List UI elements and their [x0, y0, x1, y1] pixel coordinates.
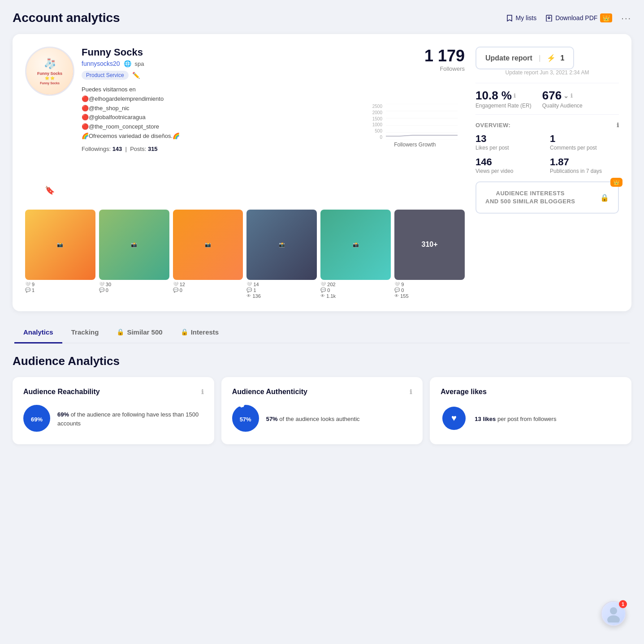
engagement-info-icon[interactable]: ℹ [514, 93, 516, 99]
post-thumbnail-more: 310+ [394, 210, 465, 280]
profile-name: Funny Socks [82, 47, 358, 58]
overview-section: OVERVIEW: ℹ 13 Likes per post 1 Comments… [475, 122, 619, 174]
audience-interests-label: AUDIENCE INTERESTSAND 500 SIMILAR BLOGGE… [485, 189, 575, 206]
lock-icon: 🔒 [117, 328, 124, 335]
post-item[interactable]: 📸 🤍30 💬0 [99, 210, 169, 299]
chevron-down-icon[interactable]: ⌄ [563, 92, 569, 99]
posts-section: 📸 🤍9 💬1 📸 🤍30 [25, 210, 465, 299]
chat-float-button[interactable]: 1 [601, 601, 626, 626]
save-profile-icon[interactable]: 🔖 [45, 185, 55, 195]
profile-top-row: 🧦 Funny Socks ⭐ ⭐ Funny Socks 🔖 Funny So… [25, 47, 465, 193]
post-item[interactable]: 310+ 🤍9 💬0 👁155 [394, 210, 465, 299]
engagement-rate-label: Engagement Rate (ER) [475, 103, 532, 109]
views-per-video: 146 Views per video [475, 156, 545, 174]
more-options-button[interactable]: ··· [621, 13, 631, 23]
lock-icon: 🔒 [600, 193, 609, 202]
chart-y-axis: 2500 2000 1500 1000 500 0 [372, 104, 384, 140]
followers-number: 1 179 [424, 47, 465, 65]
overview-title-label: OVERVIEW: [475, 122, 510, 129]
header-actions: My lists Download PDF 👑 ··· [506, 13, 632, 23]
tab-analytics[interactable]: Analytics [14, 322, 62, 343]
my-lists-button[interactable]: My lists [506, 14, 537, 21]
svg-point-14 [607, 615, 620, 623]
download-pdf-button[interactable]: Download PDF 👑 [545, 13, 612, 22]
tab-interests[interactable]: 🔒 Interests [172, 322, 228, 343]
post-stats: 🤍9 💬0 👁155 [394, 282, 465, 299]
mini-chart-svg [386, 104, 458, 140]
post-stats: 🤍12 💬0 [173, 282, 243, 293]
authenticity-card: Audience Authenticity ℹ 57% 57% of the a… [221, 377, 423, 444]
post-thumbnail: 📸 [320, 210, 391, 280]
page-header: Account analytics My lists Download PDF … [13, 11, 631, 25]
posts-grid: 📸 🤍9 💬1 📸 🤍30 [25, 210, 465, 299]
avg-likes-desc: 13 likes per post from followers [475, 415, 556, 424]
followers-chart: 2500 2000 1500 1000 500 0 [365, 104, 465, 193]
tag-row: Product Service ✏️ [82, 71, 358, 80]
avg-likes-card: Average likes ♥ 13 likes per post from f… [430, 377, 631, 444]
page-title: Account analytics [13, 11, 120, 25]
avatar: 🧦 Funny Socks ⭐ ⭐ Funny Socks [25, 47, 74, 96]
bookmark-icon [506, 14, 513, 21]
posts-count: 315 [148, 146, 158, 152]
product-service-tag[interactable]: Product Service [82, 71, 129, 80]
download-icon [545, 14, 553, 21]
reachability-title: Audience Reachability [23, 388, 100, 396]
post-item[interactable]: 📸 🤍202 💬0 👁1.1k [320, 210, 391, 299]
audience-interests-button[interactable]: 👑 AUDIENCE INTERESTSAND 500 SIMILAR BLOG… [475, 181, 619, 214]
profile-stats-row: Followings: 143 | Posts: 315 [82, 146, 358, 152]
profile-handle[interactable]: funnysocks20 [82, 60, 120, 67]
reachability-donut: 69% [23, 405, 50, 434]
tabs-row: Analytics Tracking 🔒 Similar 500 🔒 Inter… [14, 322, 630, 343]
comments-per-post: 1 Comments per post [550, 133, 619, 151]
chat-notification-badge: 1 [619, 600, 627, 608]
followings-count: 143 [112, 146, 122, 152]
update-count: 1 [560, 54, 564, 62]
followers-count-wrap: 1 179 Followers [424, 47, 465, 100]
post-item[interactable]: 📸 🤍9 💬1 [25, 210, 95, 299]
avatar-wrap: 🧦 Funny Socks ⭐ ⭐ Funny Socks 🔖 [25, 47, 74, 193]
engagement-rate-block: 10.8 % ℹ Engagement Rate (ER) [475, 89, 532, 109]
edit-icon[interactable]: ✏️ [132, 72, 140, 79]
post-thumbnail: 📸 [246, 210, 317, 280]
update-report-button[interactable]: Update report | ⚡ 1 [475, 47, 574, 69]
post-stats: 🤍9 💬1 [25, 282, 95, 293]
crown-badge: 👑 [600, 13, 612, 22]
post-thumbnail: 📸 [173, 210, 243, 280]
tab-tracking[interactable]: Tracking [62, 322, 108, 343]
profile-bio: Puedes visitarnos en 🔴@elhogardelemprend… [82, 85, 358, 141]
overview-info-icon[interactable]: ℹ [617, 122, 619, 129]
overview-grid: 13 Likes per post 1 Comments per post 14… [475, 133, 619, 174]
post-stats: 🤍202 💬0 👁1.1k [320, 282, 391, 299]
post-item[interactable]: 📸 🤍14 💬1 👁136 [246, 210, 317, 299]
tab-similar500[interactable]: 🔒 Similar 500 [108, 322, 171, 343]
analytics-cards-row: Audience Reachability ℹ 69% 69% of the a… [13, 377, 631, 444]
profile-right-wrap: 🧦 Funny Socks ⭐ ⭐ Funny Socks 🔖 Funny So… [25, 47, 619, 299]
right-panel: Update report | ⚡ 1 Update report Jun 3,… [475, 47, 619, 299]
main-profile-card: 🧦 Funny Socks ⭐ ⭐ Funny Socks 🔖 Funny So… [13, 34, 631, 311]
profile-left-wrap: 🧦 Funny Socks ⭐ ⭐ Funny Socks 🔖 Funny So… [25, 47, 465, 299]
post-stats: 🤍30 💬0 [99, 282, 169, 293]
post-stats: 🤍14 💬1 👁136 [246, 282, 317, 299]
avg-likes-title: Average likes [441, 388, 487, 396]
metrics-row: 10.8 % ℹ Engagement Rate (ER) 676 ⌄ ℹ Qu… [475, 83, 619, 115]
update-report-label: Update report [485, 54, 532, 62]
reachability-info-icon[interactable]: ℹ [201, 388, 203, 395]
person-icon [605, 605, 622, 623]
svg-text:♥: ♥ [451, 413, 457, 423]
audience-crown-icon: 👑 [610, 178, 622, 187]
post-thumbnail: 📸 [25, 210, 95, 280]
authenticity-percent: 57% [240, 416, 251, 422]
post-item[interactable]: 📸 🤍12 💬0 [173, 210, 243, 299]
likes-per-post: 13 Likes per post [475, 133, 545, 151]
publications-7d: 1.87 Publications in 7 days [550, 156, 619, 174]
audience-analytics-section: Audience Analytics Audience Reachability… [13, 354, 631, 444]
svg-point-13 [610, 607, 617, 614]
authenticity-title: Audience Authenticity [232, 388, 307, 396]
profile-info: Funny Socks funnysocks20 🌐 spa Product S… [82, 47, 358, 193]
bolt-icon: ⚡ [547, 54, 556, 62]
update-date: Update report Jun 3, 2021 2:34 AM [475, 69, 619, 76]
quality-audience-block: 676 ⌄ ℹ Quality Audience [542, 89, 583, 109]
authenticity-donut: 57% [232, 405, 259, 434]
authenticity-info-icon[interactable]: ℹ [410, 388, 412, 395]
quality-info-icon[interactable]: ℹ [571, 93, 573, 99]
